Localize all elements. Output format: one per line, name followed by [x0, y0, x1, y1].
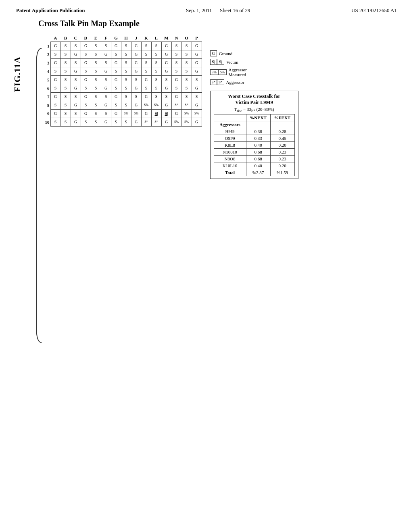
col-N: N	[171, 34, 181, 42]
cell-1K: S	[141, 42, 151, 50]
wc-title: Worst Case Crosstalk for	[214, 94, 295, 100]
wc-K8L8-label: K8L8	[214, 142, 246, 149]
cell-1O: S	[181, 42, 192, 50]
figure-title: Cross Talk Pin Map Example	[38, 19, 413, 28]
wc-row-N8O8: N8O8 0.68 0.23	[214, 156, 294, 162]
col-header-row: A B C D E F G H J K L M N O P	[43, 34, 202, 42]
wc-row-header: Aggressors	[214, 121, 294, 128]
col-C: C	[71, 34, 81, 42]
wc-N8O8-next: 0.68	[246, 156, 270, 162]
cell-1J: G	[131, 42, 141, 50]
legend-block: G Ground S| S| Victim S%	[210, 50, 298, 86]
cell-1G: G	[111, 42, 121, 50]
wc-row-H9J9: H9J9 0.38 0.28	[214, 128, 294, 135]
cell-1M: G	[161, 42, 171, 50]
table-row: 2 S S G S S G S S G S S G S S	[43, 50, 202, 58]
legend-ground-label: Ground	[219, 51, 233, 56]
wc-row-K8L8: K8L8 0.40 0.20	[214, 142, 294, 149]
cell-1P: G	[192, 42, 202, 50]
col-M: M	[161, 34, 171, 42]
figure-label: FIG.11A	[12, 56, 23, 92]
grid-table: A B C D E F G H J K L M N O P	[43, 34, 202, 127]
wc-subtitle: Victim Pair L9M9	[214, 100, 295, 106]
wc-N8O8-fext: 0.23	[270, 156, 294, 162]
cell-1L: S	[151, 42, 161, 50]
col-G: G	[111, 34, 121, 42]
cell-1N: S	[171, 42, 181, 50]
wc-H9J9-next: 0.38	[246, 128, 270, 135]
table-row: 4 S S G S S G S S G S S G S S	[43, 67, 202, 75]
wc-row-O9P9: O9P9 0.33 0.45	[214, 135, 294, 142]
legend-ground: G Ground	[210, 50, 298, 56]
wc-col-header: %NEXT %FEXT	[214, 114, 294, 121]
wc-N10010-next: 0.68	[246, 149, 270, 156]
wc-O9P9-label: O9P9	[214, 135, 246, 142]
col-D: D	[81, 34, 91, 42]
page-header: Patent Application Publication Sep. 1, 2…	[0, 0, 413, 17]
wc-col-next: %NEXT	[246, 114, 270, 121]
col-H: H	[121, 34, 131, 42]
col-K: K	[141, 34, 151, 42]
wc-total-label: Total	[214, 169, 246, 176]
page: Patent Application Publication Sep. 1, 2…	[0, 0, 413, 532]
header-right: US 2011/0212650 A1	[351, 7, 397, 14]
legend-aggressor-measured: S% S% AggressorMeasured	[210, 67, 298, 77]
wc-aggressors-label: Aggressors	[214, 121, 246, 128]
legend-victim: S| S| Victim	[210, 59, 298, 65]
cell-1H: S	[121, 42, 131, 50]
wc-row-N10010: N10010 0.68 0.23	[214, 149, 294, 156]
cell-1C: S	[71, 42, 81, 50]
legend-agg-meas-label: AggressorMeasured	[229, 67, 247, 77]
col-B: B	[60, 34, 71, 42]
cell-1F: S	[101, 42, 111, 50]
wc-H9J9-label: H9J9	[214, 128, 246, 135]
worst-case-box: Worst Case Crosstalk for Victim Pair L9M…	[210, 91, 298, 179]
wc-K10L10-label: K10L10	[214, 162, 246, 169]
table-row: 3 G S S G S S G S G S S G S S	[43, 58, 202, 67]
col-O: O	[181, 34, 192, 42]
col-E: E	[91, 34, 101, 42]
wc-total-next: %2.87	[246, 169, 270, 176]
wc-row-K10L10: K10L10 0.40 0.20	[214, 162, 294, 169]
row-2-label: 2	[43, 50, 50, 58]
table-row: 1 G S S G S S G S G S S G S S	[43, 42, 202, 50]
legend-agg-label: Aggressor	[226, 80, 244, 85]
table-row: 8 S S G S S G S S G S% S% G S* S	[43, 101, 202, 109]
wc-K10L10-next: 0.40	[246, 162, 270, 169]
pin-map-grid: A B C D E F G H J K L M N O P	[43, 34, 202, 127]
row-1-label: 1	[43, 42, 50, 50]
header-date: Sep. 1, 2011 Sheet 16 of 29	[186, 7, 250, 14]
wc-row-total: Total %2.87 %1.59	[214, 169, 294, 176]
col-F: F	[101, 34, 111, 42]
wc-data-table: %NEXT %FEXT Aggressors H9J9 0.38 0.28	[214, 114, 295, 176]
wc-H9J9-fext: 0.28	[270, 128, 294, 135]
wc-O9P9-fext: 0.45	[270, 135, 294, 142]
wc-K10L10-fext: 0.20	[270, 162, 294, 169]
bracket-svg	[34, 44, 42, 347]
table-row: 7 G S S G S S G S S G S S G S	[43, 92, 202, 101]
table-row: 10 S S G S S G S S G S* S* G S%	[43, 118, 202, 126]
wc-O9P9-next: 0.33	[246, 135, 270, 142]
wc-col-fext: %FEXT	[270, 114, 294, 121]
col-L: L	[151, 34, 161, 42]
corner-cell	[43, 34, 50, 42]
col-P: P	[192, 34, 202, 42]
cell-1A: G	[50, 42, 60, 50]
legend-victim-label: Victim	[226, 60, 238, 64]
legend-aggressor: S* S* Aggressor	[210, 79, 298, 85]
cell-1B: S	[60, 42, 71, 50]
wc-total-fext: %1.59	[270, 169, 294, 176]
cell-1E: S	[91, 42, 101, 50]
col-A: A	[50, 34, 60, 42]
table-row: 9 G S S G S S G S% S% G S| S| G	[43, 109, 202, 118]
col-J: J	[131, 34, 141, 42]
table-row: 6 S S G S S G S S G S S G S S	[43, 84, 202, 92]
table-row: 5 G S S G S S G S S G S S G S	[43, 75, 202, 84]
wc-K8L8-next: 0.40	[246, 142, 270, 149]
cell-1D: G	[81, 42, 91, 50]
wc-N10010-label: N10010	[214, 149, 246, 156]
wc-N10010-fext: 0.23	[270, 149, 294, 156]
wc-col-aggressor	[214, 114, 246, 121]
header-left: Patent Application Publication	[16, 7, 85, 14]
wc-K8L8-fext: 0.20	[270, 142, 294, 149]
